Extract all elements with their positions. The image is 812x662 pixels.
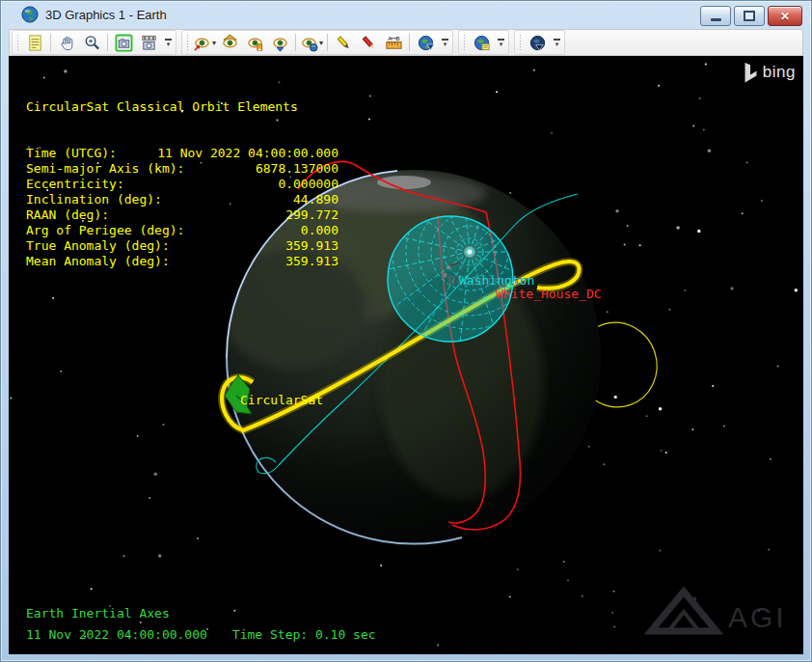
toolbar: ▾▾▾AB▾▾▾ [9,29,803,56]
orbit-element-row: Semi-major Axis (km):6878.137000 [26,161,338,177]
toolbar-separator [50,34,51,51]
orbit-element-value: 359.913 [285,238,338,254]
orbit-element-label: Semi-major Axis (km): [26,161,184,177]
orbit-element-row: Time (UTCG):11 Nov 2022 04:00:00.000 [26,146,338,161]
orbit-element-row: Arg of Perigee (deg):0.000 [26,223,338,238]
pan-hand-icon[interactable] [54,31,79,54]
status-overlay: Earth Inertial Axes 11 Nov 2022 04:00:00… [26,603,376,646]
measure-icon[interactable]: AB [381,31,406,54]
title-bar[interactable]: 3D Graphics 1 - Earth ✕ [0,0,812,29]
stored-views-icon[interactable] [242,31,267,54]
terrain-overlay-icon[interactable] [525,31,550,54]
toolbar-separator [409,34,410,51]
toolbar-overflow-button[interactable]: ▾ [496,33,506,52]
orbit-element-row: True Anomaly (deg):359.913 [26,238,338,254]
orbit-element-value: 299.772 [285,207,338,223]
orbit-elements-overlay: CircularSat Classical Orbit Elements Tim… [26,69,338,300]
3d-viewport[interactable]: Bloomington Washington White_House_DC Ci… [9,56,803,654]
orbit-element-row: Mean Anomaly (deg):359.913 [26,254,338,269]
agi-logo-text: AGI [728,601,787,633]
toolbar-band: ▾▾AB▾ [181,30,453,55]
orbit-element-row: Eccentricity:0.000000 [26,177,338,192]
orbit-element-label: Time (UTCG): [26,146,117,161]
satellite-label: CircularSat [240,393,323,407]
agi-logo: AGI [643,585,788,641]
3d-graphics-window: 3D Graphics 1 - Earth ✕ ▾▾▾AB▾▾▾ [0,0,812,662]
restore-button[interactable] [734,6,765,26]
time-step: Time Step: 0.10 sec [232,624,376,646]
toolbar-grip[interactable] [186,34,190,51]
highlight-yellow-icon[interactable] [331,31,356,54]
home-view-icon[interactable] [217,31,242,54]
orbit-element-label: True Anomaly (deg): [26,238,170,254]
close-button[interactable]: ✕ [768,6,802,26]
animation-time: 11 Nov 2022 04:00:00.000 [26,624,207,646]
bing-logo-text: bing [763,63,796,82]
facility-label: White_House_DC [496,287,602,301]
toolbar-separator [295,34,296,51]
orbit-element-label: Mean Anomaly (deg): [26,254,170,269]
globe-window-icon [21,6,39,23]
minimize-button[interactable] [700,6,731,26]
orbit-element-value: 0.000000 [278,177,338,192]
orbit-element-value: 6878.137000 [256,161,338,177]
toolbar-separator [107,34,108,51]
toolbar-grip[interactable] [463,34,467,51]
city-marker [442,272,447,277]
orbit-element-label: Inclination (deg): [26,192,162,207]
orbit-elements-title: CircularSat Classical Orbit Elements [26,99,338,115]
bing-logo: bing [744,62,796,83]
view-direction-icon[interactable] [267,31,292,54]
svg-text:B: B [395,34,399,41]
zoom-icon[interactable] [79,31,104,54]
report-properties-icon[interactable] [22,31,47,54]
dropdown-caret[interactable]: ▾ [212,39,216,47]
snapshot-save-icon[interactable] [136,31,161,54]
globe-browser-icon[interactable] [413,31,438,54]
view-pick-icon[interactable]: ▾ [299,31,324,54]
bing-icon [744,62,758,83]
orbit-element-label: Eccentricity: [26,177,124,192]
orbit-element-row: RAAN (deg):299.772 [26,207,338,223]
svg-text:A: A [388,34,392,41]
toolbar-band: ▾ [514,30,565,55]
axes-label: Earth Inertial Axes [26,603,376,624]
snapshot-icon[interactable] [111,31,136,54]
orbit-element-row: Inclination (deg):44.890 [26,192,338,207]
city-label-cyan: Washington [459,273,534,288]
globe-manager-icon[interactable] [469,31,494,54]
orbit-element-label: Arg of Perigee (deg): [26,223,184,238]
window-title: 3D Graphics 1 - Earth [45,8,167,22]
toolbar-overflow-button[interactable]: ▾ [440,33,450,52]
dropdown-caret[interactable]: ▾ [319,39,323,47]
toolbar-overflow-button[interactable]: ▾ [552,33,562,52]
toolbar-separator [327,34,328,51]
orbit-elements-rows: Time (UTCG):11 Nov 2022 04:00:00.000Semi… [26,146,338,269]
toolbar-band: ▾ [12,30,176,55]
toolbar-band: ▾ [458,30,509,55]
toolbar-grip[interactable] [519,34,523,51]
toolbar-overflow-button[interactable]: ▾ [163,33,174,52]
orbit-element-value: 44.890 [293,192,338,207]
toolbar-grip[interactable] [16,34,20,51]
orbit-element-label: RAAN (deg): [26,207,109,223]
highlight-red-icon[interactable] [356,31,381,54]
orbit-element-value: 359.913 [285,254,338,269]
view-from-to-icon[interactable]: ▾ [192,31,217,54]
orbit-element-value: 0.000 [301,223,338,238]
orbit-element-value: 11 Nov 2022 04:00:00.000 [157,146,338,161]
